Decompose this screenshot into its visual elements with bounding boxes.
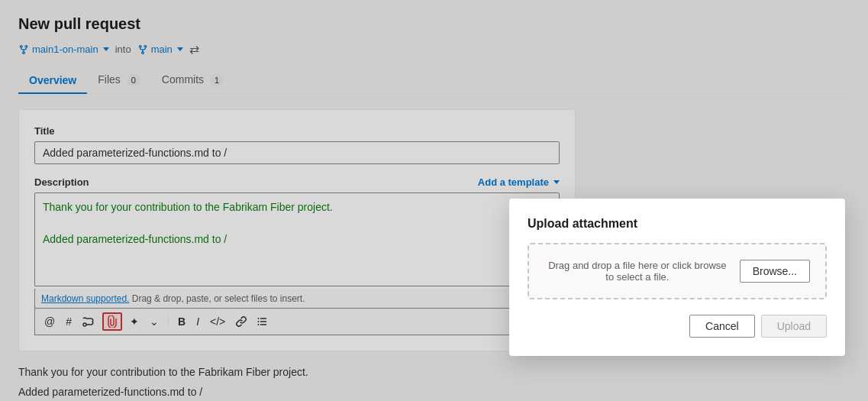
upload-modal: Upload attachment Drag and drop a file h… xyxy=(509,199,845,356)
page-container: New pull request main1-on-main into main… xyxy=(0,0,868,401)
upload-drop-area[interactable]: Drag and drop a file here or click brows… xyxy=(528,243,827,299)
modal-actions: Cancel Upload xyxy=(528,315,827,338)
cancel-button[interactable]: Cancel xyxy=(689,315,755,338)
upload-button[interactable]: Upload xyxy=(761,315,827,338)
modal-title: Upload attachment xyxy=(528,217,827,231)
browse-button[interactable]: Browse... xyxy=(740,260,810,283)
upload-drop-text: Drag and drop a file here or click brows… xyxy=(544,260,731,283)
